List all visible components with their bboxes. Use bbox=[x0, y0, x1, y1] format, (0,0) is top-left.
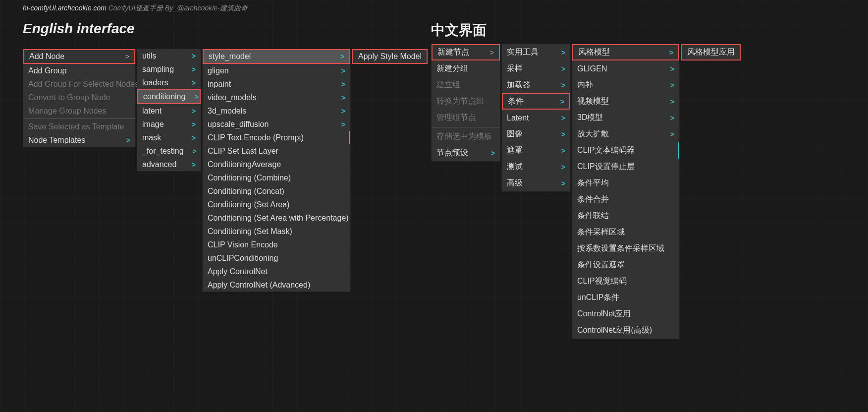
menu-item-label: 新建节点 bbox=[437, 47, 469, 58]
menu-item-label: Latent bbox=[507, 114, 529, 122]
menu-item[interactable]: 高级> bbox=[502, 175, 570, 191]
menu-item[interactable]: style_model> bbox=[203, 49, 350, 64]
menu-item-label: Apply ControlNet (Advanced) bbox=[208, 281, 310, 290]
menu-item[interactable]: 条件合并 bbox=[572, 191, 679, 208]
menu-item[interactable]: gligen> bbox=[203, 64, 350, 77]
menu-item-label: 内补 bbox=[577, 80, 593, 90]
menu-item[interactable]: latent> bbox=[137, 104, 201, 118]
menu-item[interactable]: Conditioning (Set Mask) bbox=[203, 225, 350, 238]
menu-item[interactable]: 条件设置遮罩 bbox=[572, 257, 679, 273]
context-menu-zh-stylemodel[interactable]: 风格模型应用 bbox=[681, 44, 741, 61]
menu-item[interactable]: image> bbox=[137, 118, 201, 131]
menu-item[interactable]: utils> bbox=[137, 49, 201, 62]
menu-item[interactable]: 遮罩> bbox=[502, 142, 570, 159]
menu-item[interactable]: CLIP文本编码器 bbox=[572, 142, 679, 159]
header-subtitle: ComfyUI速查手册 By_@archcookie-建筑曲奇 bbox=[108, 4, 248, 12]
menu-item[interactable]: 测试> bbox=[502, 159, 570, 175]
menu-item[interactable]: Conditioning (Set Area with Percentage) bbox=[203, 211, 350, 225]
menu-item[interactable]: CLIP Text Encode (Prompt) bbox=[203, 131, 350, 144]
menu-item-label: Conditioning (Concat) bbox=[208, 187, 284, 196]
menu-item-label: CLIP Vision Encode bbox=[208, 240, 278, 249]
menu-item[interactable]: Add Group bbox=[23, 64, 135, 77]
menu-item[interactable]: loaders> bbox=[137, 76, 201, 89]
menu-item[interactable]: Latent> bbox=[502, 110, 570, 126]
menu-item[interactable]: 实用工具> bbox=[502, 44, 570, 60]
menu-item[interactable]: Apply ControlNet bbox=[203, 265, 350, 278]
menu-item[interactable]: Apply ControlNet (Advanced) bbox=[203, 278, 350, 292]
menu-item[interactable]: 条件> bbox=[502, 93, 570, 110]
menu-item[interactable]: 按系数设置条件采样区域 bbox=[572, 240, 679, 257]
menu-item-label: CLIP Set Last Layer bbox=[208, 147, 278, 156]
submenu-arrow-icon: > bbox=[670, 98, 674, 106]
menu-item[interactable]: CLIP Vision Encode bbox=[203, 238, 350, 251]
context-menu-en-stylemodel[interactable]: Apply Style Model bbox=[352, 49, 428, 64]
menu-item-label: CLIP Text Encode (Prompt) bbox=[208, 133, 304, 142]
menu-item-label: Apply ControlNet bbox=[208, 267, 268, 276]
menu-item[interactable]: 新建节点> bbox=[432, 44, 500, 60]
submenu-arrow-icon: > bbox=[561, 65, 565, 73]
menu-item[interactable]: ControlNet应用(高级) bbox=[572, 322, 679, 339]
menu-item-label: 转换为节点组 bbox=[436, 96, 484, 107]
context-menu-zh-root[interactable]: 新建节点>新建分组建立组转换为节点组管理组节点存储选中为模板节点预设> bbox=[431, 44, 500, 162]
menu-item[interactable]: 风格模型应用 bbox=[681, 44, 741, 60]
menu-item: 建立组 bbox=[432, 77, 500, 93]
menu-item[interactable]: 风格模型> bbox=[572, 44, 679, 60]
menu-item[interactable]: conditioning> bbox=[137, 89, 201, 104]
context-menu-en-root[interactable]: Add Node>Add GroupAdd Group For Selected… bbox=[23, 49, 136, 147]
submenu-arrow-icon: > bbox=[561, 147, 565, 155]
menu-item[interactable]: unCLIP条件 bbox=[572, 290, 679, 306]
menu-item[interactable]: Conditioning (Set Area) bbox=[203, 198, 350, 211]
menu-item-label: sampling bbox=[142, 65, 174, 74]
menu-item-label: Conditioning (Set Area) bbox=[208, 200, 289, 209]
menu-item[interactable]: ConditioningAverage bbox=[203, 158, 350, 171]
menu-item: Add Group For Selected Nodes bbox=[23, 77, 135, 91]
menu-item[interactable]: Apply Style Model bbox=[352, 49, 428, 64]
menu-item[interactable]: Conditioning (Concat) bbox=[203, 184, 350, 198]
menu-item[interactable]: 图像> bbox=[502, 126, 570, 142]
menu-item-label: 建立组 bbox=[436, 80, 460, 90]
menu-item-label: advanced bbox=[142, 160, 176, 169]
menu-item[interactable]: inpaint> bbox=[203, 77, 350, 91]
menu-item[interactable]: GLIGEN> bbox=[572, 60, 679, 77]
menu-item[interactable]: 采样> bbox=[502, 60, 570, 77]
menu-item[interactable]: CLIP设置停止层 bbox=[572, 159, 679, 175]
menu-item[interactable]: 节点预设> bbox=[432, 145, 500, 161]
menu-item[interactable]: 新建分组 bbox=[432, 60, 500, 77]
context-menu-zh-conditioning[interactable]: 风格模型>GLIGEN>内补>视频模型>3D模型>放大扩散>CLIP文本编码器C… bbox=[572, 44, 680, 339]
submenu-arrow-icon: > bbox=[341, 107, 345, 115]
menu-item[interactable]: _for_testing> bbox=[137, 144, 201, 158]
menu-item[interactable]: 视频模型> bbox=[572, 93, 679, 110]
menu-item[interactable]: sampling> bbox=[137, 62, 201, 76]
menu-item[interactable]: unCLIPConditioning bbox=[203, 251, 350, 265]
menu-item[interactable]: 3D模型> bbox=[572, 110, 679, 126]
menu-item[interactable]: CLIP Set Last Layer bbox=[203, 144, 350, 158]
menu-item[interactable]: 内补> bbox=[572, 77, 679, 93]
menu-item[interactable]: upscale_diffusion> bbox=[203, 118, 350, 131]
menu-item[interactable]: CLIP视觉编码 bbox=[572, 273, 679, 290]
menu-item-label: 节点预设 bbox=[436, 148, 468, 158]
menu-item[interactable]: Node Templates> bbox=[23, 133, 135, 147]
menu-item-label: utils bbox=[142, 52, 156, 60]
menu-item[interactable]: ControlNet应用 bbox=[572, 306, 679, 322]
menu-item[interactable]: 条件采样区域 bbox=[572, 224, 679, 240]
menu-item[interactable]: 加载器> bbox=[502, 77, 570, 93]
menu-item[interactable]: Conditioning (Combine) bbox=[203, 171, 350, 184]
menu-item[interactable]: 条件联结 bbox=[572, 208, 679, 224]
submenu-arrow-icon: > bbox=[561, 49, 565, 57]
menu-item[interactable]: 放大扩散> bbox=[572, 126, 679, 142]
context-menu-en-conditioning[interactable]: style_model>gligen>inpaint>video_models>… bbox=[202, 49, 351, 292]
context-menu-en-category[interactable]: utils>sampling>loaders>conditioning>late… bbox=[137, 49, 201, 172]
submenu-arrow-icon: > bbox=[669, 49, 673, 57]
submenu-arrow-icon: > bbox=[670, 114, 674, 122]
menu-item[interactable]: mask> bbox=[137, 131, 201, 144]
menu-item-label: Conditioning (Set Mask) bbox=[208, 227, 292, 236]
menu-item-label: loaders bbox=[142, 78, 168, 87]
menu-item[interactable]: 3d_models> bbox=[203, 104, 350, 118]
submenu-arrow-icon: > bbox=[560, 98, 564, 106]
menu-item[interactable]: Add Node> bbox=[23, 49, 135, 64]
menu-item[interactable]: advanced> bbox=[137, 158, 201, 171]
menu-item[interactable]: 条件平均 bbox=[572, 175, 679, 191]
menu-item[interactable]: video_models> bbox=[203, 91, 350, 104]
context-menu-zh-category[interactable]: 实用工具>采样>加载器>条件>Latent>图像>遮罩>测试>高级> bbox=[501, 44, 571, 192]
submenu-arrow-icon: > bbox=[561, 114, 565, 122]
